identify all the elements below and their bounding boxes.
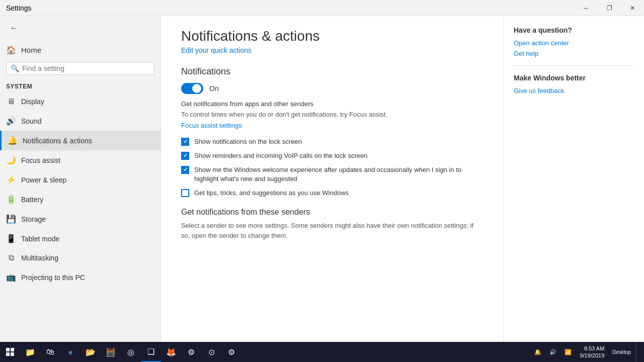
show-desktop-button[interactable]	[636, 342, 640, 362]
toggle-state-label: On	[209, 84, 219, 93]
taskbar-icons: 📁 🛍 e 📂 🧮 ◎ ❑ 🦊 ⚙ ⊙ ⚙	[20, 342, 242, 362]
app-container: ← 🏠 Home 🔍 System 🖥 Display 🔊 Sound 🔔 No…	[0, 16, 644, 362]
sidebar-item-battery[interactable]: 🔋 Battery	[0, 190, 160, 209]
sound-icon: 🔊	[6, 116, 16, 126]
search-icon: 🔍	[11, 64, 19, 72]
taskbar-visual-studio[interactable]: ⚙	[181, 342, 201, 362]
title-bar-left: Settings	[6, 4, 32, 12]
search-input[interactable]	[22, 64, 150, 72]
right-panel-divider	[514, 65, 634, 66]
taskbar-settings[interactable]: ⚙	[221, 342, 242, 362]
checkbox-voip-input[interactable]: ✓	[181, 152, 189, 160]
svg-rect-1	[11, 348, 14, 351]
taskbar-volume-icon[interactable]: 🔊	[546, 342, 559, 362]
taskbar-clock[interactable]: 8:53 AM 9/19/2019	[577, 342, 607, 362]
restore-button[interactable]: ❐	[598, 0, 621, 16]
close-button[interactable]: ✕	[621, 0, 644, 16]
title-bar-title: Settings	[6, 4, 32, 12]
sidebar-item-power[interactable]: ⚡ Power & sleep	[0, 170, 160, 190]
edit-quick-actions-link[interactable]: Edit your quick actions	[181, 46, 483, 54]
taskbar-task-view[interactable]: ❑	[141, 342, 161, 362]
multitasking-icon: ⧉	[6, 253, 16, 262]
taskbar-cortana[interactable]: ◎	[121, 342, 141, 362]
taskbar-system[interactable]: ⊙	[201, 342, 221, 362]
sidebar-label-power: Power & sleep	[21, 176, 66, 184]
get-help-link[interactable]: Get help	[514, 50, 634, 57]
sidebar-top: ←	[0, 16, 160, 40]
display-icon: 🖥	[6, 97, 16, 106]
senders-section-title: Get notifications from these senders	[181, 208, 483, 217]
notifications-icon: 🔔	[8, 136, 18, 145]
checkbox-lock-screen-label: Show notifications on the lock screen	[194, 137, 302, 146]
home-label: Home	[21, 46, 41, 54]
sidebar-label-projecting: Projecting to this PC	[21, 274, 85, 282]
give-feedback-link[interactable]: Give us feedback	[514, 87, 634, 95]
sidebar-item-multitasking[interactable]: ⧉ Multitasking	[0, 248, 160, 267]
sidebar-section-label: System	[0, 79, 160, 92]
check-mark-3: ✓	[183, 166, 188, 173]
power-icon: ⚡	[6, 175, 16, 185]
taskbar-file-explorer[interactable]: 📁	[20, 342, 40, 362]
open-action-center-link[interactable]: Open action center	[514, 39, 634, 47]
make-better-title: Make Windows better	[514, 74, 634, 82]
checkbox-voip: ✓ Show reminders and incoming VoIP calls…	[181, 151, 483, 160]
checkbox-tips-label: Get tips, tricks, and suggestions as you…	[194, 189, 349, 198]
taskbar-desktop-label[interactable]: Desktop	[609, 342, 634, 362]
title-bar: Settings ─ ❐ ✕	[0, 0, 644, 16]
taskbar-network-icon[interactable]: 📶	[561, 342, 575, 362]
checkbox-welcome: ✓ Show me the Windows welcome experience…	[181, 165, 483, 184]
taskbar-time: 8:53 AM	[580, 345, 604, 352]
search-box[interactable]: 🔍	[6, 62, 154, 75]
back-button[interactable]: ←	[6, 20, 22, 36]
taskbar-calculator[interactable]: 🧮	[101, 342, 121, 362]
taskbar: 📁 🛍 e 📂 🧮 ◎ ❑ 🦊 ⚙ ⊙ ⚙ 🔔 🔊 📶 8:53 AM 9/19…	[0, 342, 644, 362]
check-mark-2: ✓	[183, 152, 188, 159]
minimize-button[interactable]: ─	[575, 0, 598, 16]
sidebar-item-tablet[interactable]: 📱 Tablet mode	[0, 229, 160, 248]
sidebar-label-tablet: Tablet mode	[21, 235, 59, 243]
sidebar-item-notifications[interactable]: 🔔 Notifications & actions	[0, 131, 160, 150]
sidebar-label-display: Display	[21, 98, 44, 106]
sidebar-label-sound: Sound	[21, 117, 41, 125]
sidebar-label-multitasking: Multitasking	[21, 254, 58, 262]
projecting-icon: 📺	[6, 273, 16, 282]
checkbox-lock-screen-input[interactable]: ✓	[181, 138, 189, 146]
notifications-toggle[interactable]	[181, 83, 203, 94]
senders-desc: Select a sender to see more settings. So…	[181, 221, 483, 240]
sidebar-item-projecting[interactable]: 📺 Projecting to this PC	[0, 267, 160, 287]
sidebar-item-storage[interactable]: 💾 Storage	[0, 209, 160, 229]
start-button[interactable]	[0, 342, 20, 362]
sidebar-label-notifications: Notifications & actions	[23, 137, 92, 145]
svg-rect-2	[6, 352, 10, 356]
check-mark-1: ✓	[183, 138, 188, 145]
storage-icon: 💾	[6, 214, 16, 224]
checkbox-tips-input[interactable]	[181, 189, 189, 197]
notifications-toggle-row: On	[181, 83, 483, 94]
taskbar-store[interactable]: 🛍	[40, 342, 60, 362]
taskbar-firefox[interactable]: 🦊	[161, 342, 181, 362]
sidebar-item-display[interactable]: 🖥 Display	[0, 92, 160, 111]
checkbox-welcome-label: Show me the Windows welcome experience a…	[194, 165, 483, 184]
checkbox-tips: Get tips, tricks, and suggestions as you…	[181, 189, 483, 198]
sidebar-item-focus[interactable]: 🌙 Focus assist	[0, 150, 160, 170]
sidebar-label-storage: Storage	[21, 215, 46, 223]
checkbox-welcome-input[interactable]: ✓	[181, 166, 189, 174]
taskbar-edge[interactable]: e	[60, 342, 80, 362]
taskbar-right: 🔔 🔊 📶 8:53 AM 9/19/2019 Desktop	[531, 342, 644, 362]
page-title: Notifications & actions	[181, 28, 483, 44]
sidebar: ← 🏠 Home 🔍 System 🖥 Display 🔊 Sound 🔔 No…	[0, 16, 161, 362]
taskbar-notification-icon[interactable]: 🔔	[531, 342, 544, 362]
battery-icon: 🔋	[6, 195, 16, 204]
sidebar-item-sound[interactable]: 🔊 Sound	[0, 111, 160, 131]
tablet-icon: 📱	[6, 234, 16, 243]
sidebar-label-battery: Battery	[21, 196, 43, 204]
taskbar-file-manager[interactable]: 📂	[80, 342, 101, 362]
focus-assist-info: To control times when you do or don't ge…	[181, 110, 483, 120]
svg-rect-3	[11, 352, 14, 356]
title-bar-controls: ─ ❐ ✕	[575, 0, 644, 16]
checkbox-voip-label: Show reminders and incoming VoIP calls o…	[194, 151, 367, 160]
checkbox-lock-screen: ✓ Show notifications on the lock screen	[181, 137, 483, 146]
sidebar-label-focus: Focus assist	[21, 156, 60, 164]
focus-assist-link[interactable]: Focus assist settings	[181, 122, 483, 129]
sidebar-item-home[interactable]: 🏠 Home	[0, 40, 160, 60]
